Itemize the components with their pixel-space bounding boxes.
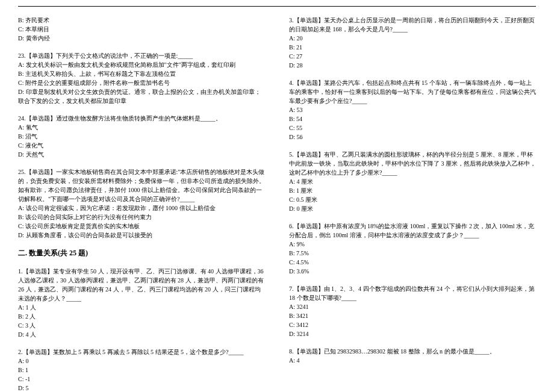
option-d: D: 0 厘米 bbox=[289, 204, 536, 213]
question-stem: 4.【单选题】某路公共汽车，包括起点和终点共有 15 个车站，有一辆车除终点外，… bbox=[289, 78, 536, 105]
option-c: C: 液化气 bbox=[18, 141, 265, 150]
option-c: C: 55 bbox=[289, 123, 536, 132]
question-stem: 2.【单选题】某数加上 5 再乘以 5 再减去 5 再除以 5 结果还是 5，这… bbox=[18, 347, 265, 356]
option-a: A: 发文机关标识一般由发文机关全称或规范化简称后加"文件"两字组成，套红印刷 bbox=[18, 60, 265, 69]
option-b: B: 54 bbox=[289, 114, 536, 123]
option-d: D: 天然气 bbox=[18, 150, 265, 159]
option-b: B: 3421 bbox=[289, 311, 536, 320]
q25: 25.【单选题】一家实木地板销售商在其合同文本中郑重承诺:"本店所销售的地板绝对… bbox=[18, 167, 265, 240]
option-b: B: 7.5% bbox=[289, 249, 536, 258]
option-c: C: 27 bbox=[289, 52, 536, 61]
option-b: B: 沼气 bbox=[18, 132, 265, 141]
option-a: A: 1 人 bbox=[18, 303, 265, 312]
option-a: A: 9% bbox=[289, 240, 536, 249]
option-c: C: 附件是公文的重要组成部分，附件名称一般需加书名号 bbox=[18, 78, 265, 87]
option-a: A: 4 bbox=[289, 356, 536, 365]
option-a: A: 3241 bbox=[289, 302, 536, 311]
question-stem: 25.【单选题】一家实木地板销售商在其合同文本中郑重承诺:"本店所销售的地板绝对… bbox=[18, 167, 265, 204]
option-d: D: 印章是制发机关对公文生效负责的凭证。通常，联合上报的公文，由主办机关加盖印… bbox=[18, 87, 265, 105]
right-column: 3.【单选题】某天办公桌上台历显示的是一周前的日期，将台历的日期翻到今天，正好所… bbox=[289, 16, 536, 392]
option-b: B: 1 bbox=[18, 366, 265, 375]
section2-q2: 2.【单选题】某数加上 5 再乘以 5 再减去 5 再除以 5 结果还是 5，这… bbox=[18, 347, 265, 392]
question-stem: 24.【单选题】通过微生物发酵方法将生物质转换而产生的气体燃料是_____。 bbox=[18, 114, 265, 123]
option-a: A: 4 厘米 bbox=[289, 177, 536, 186]
option-b: B: 主送机关又称抬头、上款，书写在标题之下靠左顶格位置 bbox=[18, 69, 265, 78]
question-stem: 23.【单选题】下列关于公文格式的说法中，不正确的一项是:_____ bbox=[18, 51, 265, 60]
section2-q6: 6.【单选题】杯中原有浓度为 18%的盐水溶液 100ml，重复以下操作 2 次… bbox=[289, 222, 536, 276]
q24: 24.【单选题】通过微生物发酵方法将生物质转换而产生的气体燃料是_____。 A… bbox=[18, 114, 265, 159]
option-a: A: 0 bbox=[18, 356, 265, 366]
question-stem: 1.【单选题】某专业有学生 50 人，现开设有甲、乙、丙三门选修课。有 40 人… bbox=[18, 267, 265, 303]
option-c: C: 3412 bbox=[289, 320, 536, 329]
left-column: B: 齐民要术 C: 本草纲目 D: 黄帝内经 23.【单选题】下列关于公文格式… bbox=[18, 16, 265, 392]
option-a: A: 该公司肯定很诚实，因为它承诺：若发现欺诈，愿付 1000 倍以上赔偿金 bbox=[18, 204, 265, 213]
section2-q3: 3.【单选题】某天办公桌上台历显示的是一周前的日期，将台历的日期翻到今天，正好所… bbox=[289, 16, 536, 70]
option-d: D: 3.6% bbox=[289, 267, 536, 276]
option-b: B: 该公司的合同实际上对它的行为没有任何约束力 bbox=[18, 213, 265, 222]
question-stem: 8.【单选题】已知 29832983…298302 能被 18 整除，那么 n … bbox=[289, 347, 536, 356]
question-stem: 5.【单选题】有甲、乙两只装满水的圆柱形玻璃杯，杯的内半径分别是 5 厘米、8 … bbox=[289, 150, 536, 177]
option-c: C: 3 人 bbox=[18, 321, 265, 330]
section2-q1: 1.【单选题】某专业有学生 50 人，现开设有甲、乙、丙三门选修课。有 40 人… bbox=[18, 267, 265, 339]
option-a: A: 53 bbox=[289, 105, 536, 114]
option-c: C: 0.5 厘米 bbox=[289, 195, 536, 204]
option-d: D: 3214 bbox=[289, 329, 536, 338]
option-c: C: 本草纲目 bbox=[18, 25, 265, 34]
section2-q4: 4.【单选题】某路公共汽车，包括起点和终点共有 15 个车站，有一辆车除终点外，… bbox=[289, 78, 536, 142]
section-2-header: 二. 数量关系(共 25 题) bbox=[18, 248, 265, 258]
option-c: C: 4.5% bbox=[289, 258, 536, 267]
question-stem: 7.【单选题】由 1、2、3、4 四个数字组成的四位数共有 24 个，将它们从小… bbox=[289, 284, 536, 302]
question-stem: 3.【单选题】某天办公桌上台历显示的是一周前的日期，将台历的日期翻到今天，正好所… bbox=[289, 16, 536, 34]
section2-q8: 8.【单选题】已知 29832983…298302 能被 18 整除，那么 n … bbox=[289, 347, 536, 365]
q22-partial: B: 齐民要术 C: 本草纲目 D: 黄帝内经 bbox=[18, 16, 265, 43]
option-d: D: 从顾客角度看，该公司的合同条款是可以接受的 bbox=[18, 231, 265, 240]
page-top-rule bbox=[18, 6, 536, 7]
option-b: B: 1 厘米 bbox=[289, 186, 536, 195]
option-d: D: 4 人 bbox=[18, 330, 265, 339]
q23: 23.【单选题】下列关于公文格式的说法中，不正确的一项是:_____ A: 发文… bbox=[18, 51, 265, 105]
option-d: D: 5 bbox=[18, 384, 265, 392]
option-b: B: 齐民要术 bbox=[18, 16, 265, 25]
option-d: D: 56 bbox=[289, 132, 536, 142]
option-a: A: 氢气 bbox=[18, 123, 265, 132]
option-b: B: 2 人 bbox=[18, 312, 265, 321]
option-c: C: 该公司所卖地板肯定是货真价实的实木地板 bbox=[18, 222, 265, 231]
option-d: D: 28 bbox=[289, 61, 536, 70]
option-b: B: 21 bbox=[289, 43, 536, 52]
section2-q5: 5.【单选题】有甲、乙两只装满水的圆柱形玻璃杯，杯的内半径分别是 5 厘米、8 … bbox=[289, 150, 536, 213]
two-column-layout: B: 齐民要术 C: 本草纲目 D: 黄帝内经 23.【单选题】下列关于公文格式… bbox=[18, 16, 536, 392]
option-c: C: -1 bbox=[18, 375, 265, 384]
section2-q7: 7.【单选题】由 1、2、3、4 四个数字组成的四位数共有 24 个，将它们从小… bbox=[289, 284, 536, 338]
question-stem: 6.【单选题】杯中原有浓度为 18%的盐水溶液 100ml，重复以下操作 2 次… bbox=[289, 222, 536, 240]
option-a: A: 20 bbox=[289, 34, 536, 43]
option-d: D: 黄帝内经 bbox=[18, 34, 265, 43]
